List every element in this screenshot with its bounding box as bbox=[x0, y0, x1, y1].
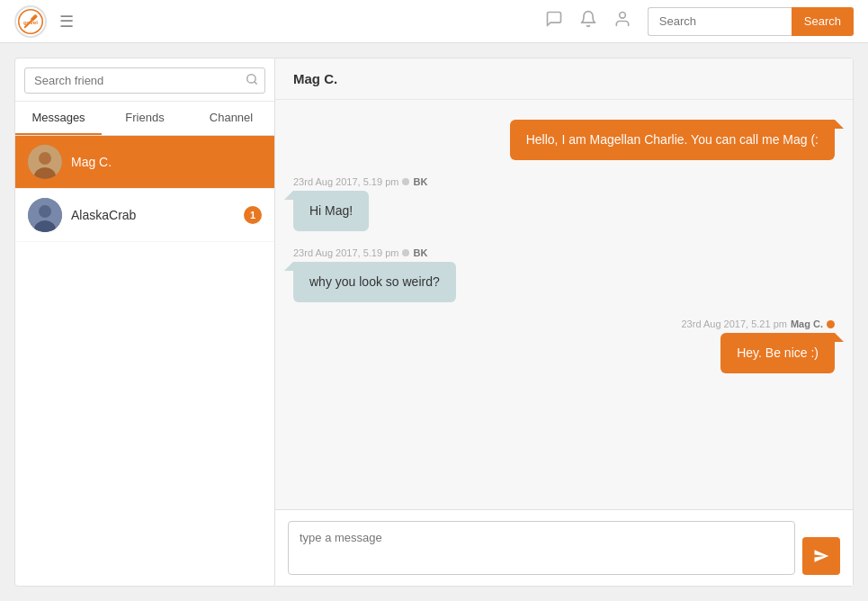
chat-messages: Hello, I am Magellan Charlie. You can ca… bbox=[275, 100, 853, 509]
app-logo[interactable]: gavel bbox=[14, 5, 47, 38]
online-indicator-3 bbox=[402, 249, 409, 256]
message-sender-2: BK bbox=[413, 176, 427, 187]
online-indicator-4 bbox=[827, 320, 835, 328]
message-row-2: 23rd Aug 2017, 5.19 pm BK Hi Mag! bbox=[293, 176, 835, 231]
header-left: gavel ☰ bbox=[14, 5, 74, 38]
tab-messages[interactable]: Messages bbox=[15, 102, 102, 135]
avatar-alaska bbox=[28, 198, 62, 232]
tab-channel[interactable]: Channel bbox=[188, 102, 274, 135]
contact-list: Mag C. AlaskaCrab 1 bbox=[15, 136, 274, 586]
contact-name-mag: Mag C. bbox=[71, 155, 262, 169]
app-header: gavel ☰ Search bbox=[0, 0, 868, 43]
message-sender-3: BK bbox=[413, 247, 427, 258]
message-bubble-4: Hey. Be nice :) bbox=[720, 333, 835, 373]
svg-point-4 bbox=[619, 13, 625, 19]
header-right: Search bbox=[545, 7, 854, 36]
message-input[interactable] bbox=[288, 521, 795, 575]
chat-header: Mag C. bbox=[275, 58, 853, 100]
contact-item-alaska[interactable]: AlaskaCrab 1 bbox=[15, 189, 274, 242]
svg-point-8 bbox=[39, 152, 51, 165]
chat-panel: Mag C. Hello, I am Magellan Charlie. You… bbox=[275, 58, 854, 587]
main-content: Messages Friends Channel Mag C. bbox=[0, 43, 868, 601]
message-row-4: 23rd Aug 2017, 5.21 pm Mag C. Hey. Be ni… bbox=[293, 318, 835, 373]
message-timestamp-2: 23rd Aug 2017, 5.19 pm bbox=[293, 176, 398, 187]
global-search: Search bbox=[648, 7, 854, 36]
avatar-mag bbox=[28, 145, 62, 179]
message-row-3: 23rd Aug 2017, 5.19 pm BK why you look s… bbox=[293, 247, 835, 302]
online-indicator-2 bbox=[402, 178, 409, 185]
chat-input-area bbox=[275, 509, 853, 586]
sidebar: Messages Friends Channel Mag C. bbox=[14, 58, 275, 587]
bell-icon[interactable] bbox=[579, 10, 597, 32]
contact-item-mag[interactable]: Mag C. bbox=[15, 136, 274, 189]
sidebar-search-input[interactable] bbox=[24, 67, 265, 94]
message-meta-3: 23rd Aug 2017, 5.19 pm BK bbox=[293, 247, 427, 258]
svg-point-11 bbox=[39, 205, 51, 218]
sidebar-search-icon bbox=[246, 73, 258, 88]
search-input[interactable] bbox=[648, 7, 792, 36]
chat-icon[interactable] bbox=[545, 10, 563, 32]
unread-badge-alaska: 1 bbox=[244, 206, 262, 224]
message-timestamp-3: 23rd Aug 2017, 5.19 pm bbox=[293, 247, 398, 258]
message-bubble-3: why you look so weird? bbox=[293, 262, 456, 302]
user-icon[interactable] bbox=[613, 10, 631, 32]
contact-name-alaska: AlaskaCrab bbox=[71, 208, 235, 222]
message-timestamp-4: 23rd Aug 2017, 5.21 pm bbox=[682, 318, 787, 329]
message-meta-2: 23rd Aug 2017, 5.19 pm BK bbox=[293, 176, 427, 187]
search-button[interactable]: Search bbox=[792, 7, 854, 36]
hamburger-icon[interactable]: ☰ bbox=[59, 12, 74, 31]
message-row-1: Hello, I am Magellan Charlie. You can ca… bbox=[293, 120, 835, 160]
message-bubble-1: Hello, I am Magellan Charlie. You can ca… bbox=[510, 120, 835, 160]
sidebar-tabs: Messages Friends Channel bbox=[15, 102, 274, 136]
message-meta-4: 23rd Aug 2017, 5.21 pm Mag C. bbox=[682, 318, 836, 329]
tab-friends[interactable]: Friends bbox=[102, 102, 188, 135]
svg-line-6 bbox=[255, 82, 257, 85]
message-sender-4: Mag C. bbox=[791, 318, 823, 329]
sidebar-search-container bbox=[15, 58, 274, 102]
chat-contact-name: Mag C. bbox=[293, 71, 337, 86]
send-button[interactable] bbox=[802, 537, 840, 575]
message-bubble-2: Hi Mag! bbox=[293, 191, 369, 231]
